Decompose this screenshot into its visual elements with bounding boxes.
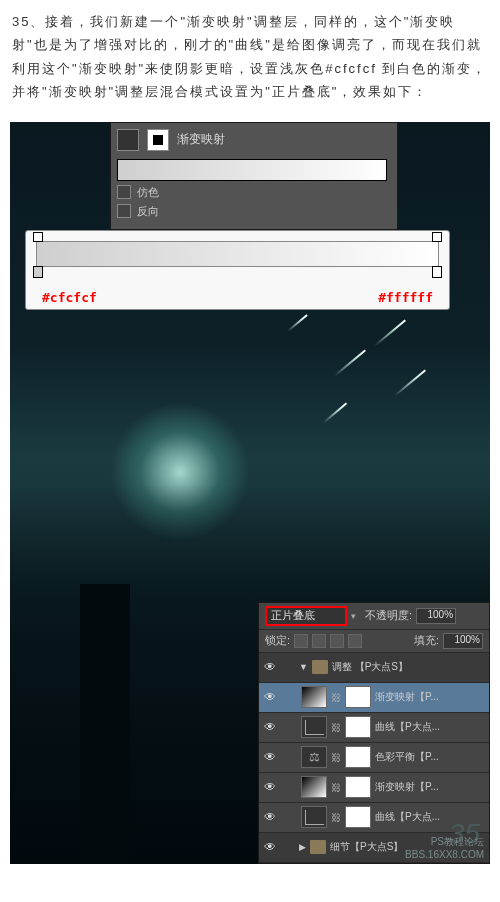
mask-thumb-icon <box>345 806 371 828</box>
mask-thumb-icon <box>345 716 371 738</box>
layer-color-balance[interactable]: 👁 ⛓ 色彩平衡【P... <box>259 743 489 773</box>
layer-gradient-map-2[interactable]: 👁 ⛓ 渐变映射【P... <box>259 773 489 803</box>
layer-thumb-icon <box>301 716 327 738</box>
layer-curves-1[interactable]: 👁 ⛓ 曲线【P大点... <box>259 713 489 743</box>
visibility-icon[interactable]: 👁 <box>263 841 277 853</box>
visibility-icon[interactable]: 👁 <box>263 691 277 703</box>
blend-mode-select[interactable]: 正片叠底 <box>265 606 347 626</box>
opacity-label: 不透明度: <box>365 608 412 623</box>
lock-label: 锁定: <box>265 633 290 648</box>
layer-name: 渐变映射【P... <box>375 780 439 794</box>
blend-dropdown-icon[interactable]: ▾ <box>351 611 361 621</box>
gradient-editor-panel: #cfcfcf #ffffff <box>25 230 450 310</box>
panel-thumb-icon <box>117 129 139 151</box>
link-icon[interactable]: ⛓ <box>331 752 341 763</box>
layer-group-adjust[interactable]: 👁 ▼ 调整 【P大点S】 <box>259 653 489 683</box>
disclosure-triangle-icon[interactable]: ▶ <box>299 842 306 852</box>
fill-label: 填充: <box>414 633 439 648</box>
layer-name: 渐变映射【P... <box>375 690 439 704</box>
visibility-icon[interactable]: 👁 <box>263 811 277 823</box>
lock-image-icon[interactable] <box>312 634 326 648</box>
link-icon[interactable]: ⛓ <box>331 812 341 823</box>
reverse-label: 反向 <box>137 204 159 219</box>
layer-name: 曲线【P大点... <box>375 720 440 734</box>
color-stop-right[interactable] <box>432 266 442 278</box>
opacity-input[interactable]: 100% <box>416 608 456 624</box>
hex-right-label: #ffffff <box>378 290 433 305</box>
gradient-map-panel: 渐变映射 仿色 反向 <box>110 122 398 230</box>
folder-icon <box>310 840 326 854</box>
lock-position-icon[interactable] <box>330 634 344 648</box>
color-stop-left[interactable] <box>33 266 43 278</box>
layer-name: 色彩平衡【P... <box>375 750 439 764</box>
gradient-strip[interactable] <box>36 241 439 267</box>
layer-name: 曲线【P大点... <box>375 810 440 824</box>
hex-left-label: #cfcfcf <box>42 290 97 305</box>
layer-thumb-icon <box>301 746 327 768</box>
visibility-icon[interactable]: 👁 <box>263 781 277 793</box>
lock-transparency-icon[interactable] <box>294 634 308 648</box>
visibility-icon[interactable]: 👁 <box>263 751 277 763</box>
visibility-icon[interactable]: 👁 <box>263 661 277 673</box>
visibility-icon[interactable]: 👁 <box>263 721 277 733</box>
mask-thumb-icon <box>345 746 371 768</box>
opacity-stop-left[interactable] <box>33 232 43 242</box>
fill-input[interactable]: 100% <box>443 633 483 649</box>
layer-thumb-icon <box>301 686 327 708</box>
mask-thumb-icon <box>345 776 371 798</box>
link-icon[interactable]: ⛓ <box>331 692 341 703</box>
group-name: 调整 【P大点S】 <box>332 660 408 674</box>
preview-image: 渐变映射 仿色 反向 #cfcfcf #ffffff 正片叠底 ▾ 不透明度: … <box>10 122 490 864</box>
opacity-stop-right[interactable] <box>432 232 442 242</box>
panel-mask-icon <box>147 129 169 151</box>
dither-checkbox[interactable] <box>117 185 131 199</box>
link-icon[interactable]: ⛓ <box>331 782 341 793</box>
link-icon[interactable]: ⛓ <box>331 722 341 733</box>
disclosure-triangle-icon[interactable]: ▼ <box>299 662 308 672</box>
reverse-checkbox[interactable] <box>117 204 131 218</box>
group-name: 细节【P大点S】 <box>330 840 403 854</box>
mask-thumb-icon <box>345 686 371 708</box>
gradient-preview-bar[interactable] <box>117 159 387 181</box>
folder-icon <box>312 660 328 674</box>
watermark: PS教程论坛 BBS.16XX8.COM <box>405 835 484 860</box>
lock-all-icon[interactable] <box>348 634 362 648</box>
layer-thumb-icon <box>301 806 327 828</box>
layer-gradient-map-1[interactable]: 👁 ⛓ 渐变映射【P... <box>259 683 489 713</box>
layer-thumb-icon <box>301 776 327 798</box>
dither-label: 仿色 <box>137 185 159 200</box>
panel-title: 渐变映射 <box>177 131 225 148</box>
instruction-paragraph: 35、接着，我们新建一个"渐变映射"调整层，同样的，这个"渐变映射"也是为了增强… <box>0 0 500 114</box>
